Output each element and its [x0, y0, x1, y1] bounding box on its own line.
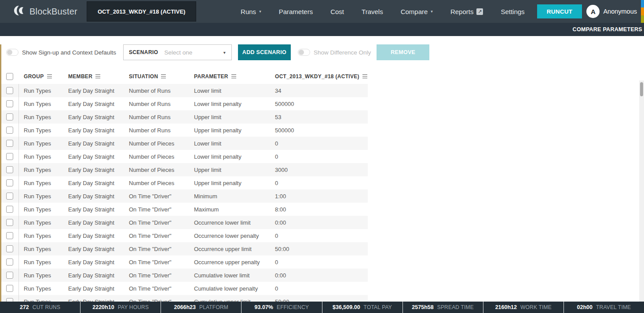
- nav-item-runs[interactable]: Runs ▾: [232, 0, 270, 23]
- row-checkbox-cell: [1, 110, 19, 124]
- nav-item-reports[interactable]: Reports ↗: [442, 0, 492, 23]
- cell-group: Run Types: [19, 180, 63, 186]
- nav-item-cost[interactable]: Cost: [322, 0, 353, 23]
- row-checkbox-cell: [1, 163, 19, 176]
- column-menu-icon[interactable]: [362, 74, 367, 79]
- row-checkbox[interactable]: [6, 87, 13, 94]
- column-menu-icon[interactable]: [95, 74, 100, 79]
- row-checkbox[interactable]: [6, 232, 13, 239]
- table-row: Run Types Early Day Straight On Time "Dr…: [1, 255, 368, 269]
- page-title: COMPARE PARAMETERS: [573, 26, 642, 33]
- row-checkbox[interactable]: [6, 285, 13, 292]
- row-checkbox[interactable]: [6, 219, 13, 226]
- cell-group: Run Types: [19, 259, 63, 266]
- row-checkbox[interactable]: [6, 153, 13, 160]
- remove-button[interactable]: REMOVE: [377, 44, 429, 60]
- row-checkbox[interactable]: [6, 113, 13, 120]
- stat-value: 2160h12: [495, 304, 517, 310]
- row-checkbox-cell: [1, 124, 19, 137]
- runcut-button[interactable]: RUNCUT: [537, 4, 582, 18]
- row-checkbox-cell: [1, 242, 19, 255]
- cell-member: Early Day Straight: [63, 114, 124, 120]
- scrollbar-thumb[interactable]: [640, 82, 643, 96]
- cell-member: Early Day Straight: [63, 246, 124, 252]
- row-checkbox[interactable]: [6, 193, 13, 200]
- blockbuster-logo-icon: [12, 5, 26, 18]
- table-row: Run Types Early Day Straight On Time "Dr…: [1, 242, 368, 255]
- row-checkbox-cell: [1, 255, 19, 269]
- row-checkbox-cell: [1, 176, 19, 189]
- active-scenario-tab[interactable]: OCT_2013_WKDY_#18 (ACTIVE): [87, 1, 196, 22]
- cell-situation: Number of Runs: [124, 127, 189, 134]
- cell-value: 500000: [270, 101, 368, 107]
- table-row: Run Types Early Day Straight Number of P…: [1, 176, 368, 189]
- stat-value: 272: [20, 304, 29, 310]
- top-navbar: BlockBuster OCT_2013_WKDY_#18 (ACTIVE) R…: [0, 0, 644, 23]
- table-body: Run Types Early Day Straight Number of R…: [1, 84, 368, 308]
- table-row: Run Types Early Day Straight On Time "Dr…: [1, 203, 368, 216]
- chevron-down-icon: ▾: [223, 50, 226, 55]
- cell-value: 0:00: [270, 219, 368, 226]
- status-stat: 2066h23 PLATFORM: [161, 302, 241, 313]
- nav-item-settings[interactable]: Settings: [492, 0, 533, 23]
- cell-situation: On Time "Driver": [124, 219, 189, 226]
- select-all-checkbox[interactable]: [6, 73, 13, 80]
- nav-item-travels[interactable]: Travels: [353, 0, 392, 23]
- table-row: Run Types Early Day Straight On Time "Dr…: [1, 269, 368, 282]
- cell-group: Run Types: [19, 246, 63, 252]
- row-checkbox[interactable]: [6, 258, 13, 266]
- nav-item-parameters[interactable]: Parameters: [270, 0, 322, 23]
- cell-situation: Number of Runs: [124, 114, 189, 120]
- row-checkbox-cell: [1, 150, 19, 163]
- nav-menu: Runs ▾ Parameters Cost Travels Compare ▾…: [232, 0, 534, 23]
- scenario-select-placeholder: Select one: [164, 49, 223, 56]
- stat-label: TOTAL PAY: [364, 304, 392, 310]
- cell-parameter: Upper limit penalty: [189, 180, 270, 186]
- column-menu-icon[interactable]: [231, 74, 236, 79]
- cell-group: Run Types: [19, 285, 63, 292]
- cell-group: Run Types: [19, 167, 63, 173]
- column-menu-icon[interactable]: [47, 74, 52, 79]
- cell-member: Early Day Straight: [63, 167, 124, 173]
- stat-value: $36,509.00: [333, 304, 360, 310]
- row-checkbox[interactable]: [6, 245, 13, 252]
- cell-member: Early Day Straight: [63, 272, 124, 279]
- row-checkbox[interactable]: [6, 100, 13, 107]
- table-row: Run Types Early Day Straight On Time "Dr…: [1, 189, 368, 203]
- nav-item-label: Compare: [401, 8, 428, 15]
- row-checkbox[interactable]: [6, 206, 13, 213]
- cell-group: Run Types: [19, 206, 63, 213]
- nav-item-compare[interactable]: Compare ▾: [392, 0, 442, 23]
- cell-value: 500000: [270, 127, 368, 134]
- cell-group: Run Types: [19, 272, 63, 279]
- cell-value: 50:00: [270, 246, 368, 252]
- cell-group: Run Types: [19, 127, 63, 134]
- cell-situation: Number of Pieces: [124, 140, 189, 147]
- vertical-scrollbar[interactable]: [639, 80, 644, 310]
- cell-parameter: Lower limit penalty: [189, 153, 270, 160]
- show-defaults-toggle[interactable]: [6, 49, 18, 56]
- cell-value: 0: [270, 285, 368, 292]
- cell-member: Early Day Straight: [63, 285, 124, 292]
- row-checkbox[interactable]: [6, 272, 13, 279]
- scenario-select[interactable]: SCENARIO Select one ▾: [123, 44, 232, 60]
- row-checkbox[interactable]: [6, 127, 13, 134]
- table-row: Run Types Early Day Straight Number of P…: [1, 137, 368, 150]
- subheader-bar: COMPARE PARAMETERS: [0, 23, 644, 36]
- row-checkbox[interactable]: [6, 140, 13, 147]
- chevron-down-icon: ▾: [259, 9, 261, 14]
- brand: BlockBuster: [0, 5, 87, 18]
- show-difference-toggle[interactable]: [298, 49, 310, 56]
- row-checkbox[interactable]: [6, 166, 13, 173]
- external-link-icon: ↗: [476, 8, 483, 15]
- column-menu-icon[interactable]: [161, 74, 166, 79]
- show-defaults-label: Show Sign-up and Context Defaults: [22, 49, 116, 56]
- stat-label: WORK TIME: [520, 304, 552, 310]
- user-menu[interactable]: A Anonymous: [582, 5, 644, 18]
- add-scenario-button[interactable]: ADD SCENARIO: [238, 44, 291, 60]
- cell-parameter: Upper limit: [189, 167, 270, 173]
- cell-parameter: Occurrence lower penalty: [189, 233, 270, 239]
- status-stat: 2575h58 SPREAD TIME: [402, 302, 483, 313]
- row-checkbox[interactable]: [6, 179, 13, 186]
- table-row: Run Types Early Day Straight Number of R…: [1, 110, 368, 124]
